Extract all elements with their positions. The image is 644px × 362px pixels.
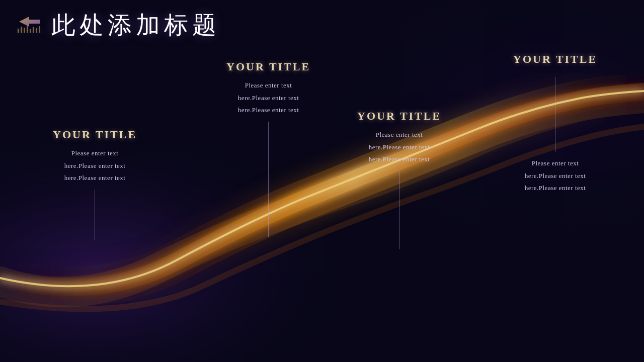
header-icon	[15, 13, 45, 38]
svg-rect-6	[24, 28, 25, 33]
block-3-title: YOUR TITLE	[357, 110, 441, 123]
header: 此处添加标题	[15, 9, 220, 41]
content-block-2: YOUR TITLE Please enter text here.Please…	[226, 60, 310, 237]
block-4-line	[555, 77, 555, 152]
block-1-line	[95, 190, 95, 240]
content-block-4: YOUR TITLE Please enter text here.Please…	[513, 53, 597, 195]
block-1-text: Please enter text here.Please enter text…	[64, 147, 126, 185]
block-4-title: YOUR TITLE	[513, 53, 597, 66]
svg-marker-3	[19, 17, 40, 27]
content-block-3: YOUR TITLE Please enter text here.Please…	[357, 110, 441, 249]
block-1-title: YOUR TITLE	[53, 128, 137, 141]
svg-rect-8	[30, 29, 31, 33]
block-2-line	[268, 122, 269, 237]
block-3-line	[399, 171, 399, 249]
svg-rect-7	[27, 26, 28, 33]
block-2-title: YOUR TITLE	[226, 60, 310, 73]
block-3-text: Please enter text here.Please enter text…	[369, 129, 430, 166]
svg-rect-10	[36, 28, 37, 33]
content-block-1: YOUR TITLE Please enter text here.Please…	[53, 128, 137, 240]
slide: 此处添加标题 YOUR TITLE Please enter text here…	[0, 0, 644, 362]
block-4-text: Please enter text here.Please enter text…	[525, 157, 586, 195]
svg-rect-9	[33, 27, 34, 33]
svg-rect-11	[39, 26, 40, 33]
page-title: 此处添加标题	[51, 9, 220, 41]
svg-rect-5	[21, 27, 22, 33]
block-2-text: Please enter text here.Please enter text…	[238, 79, 299, 117]
